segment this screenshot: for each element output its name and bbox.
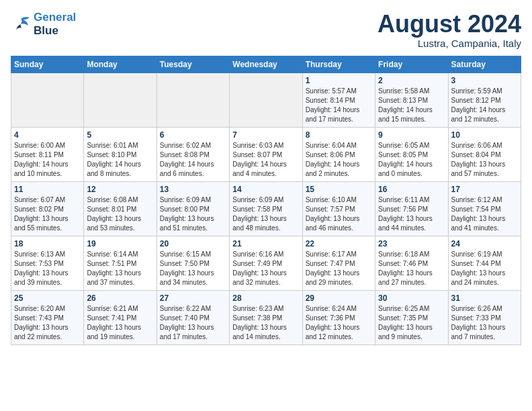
day-info: Sunrise: 6:18 AM Sunset: 7:46 PM Dayligh… [378, 250, 445, 287]
calendar-cell-3-7: 17Sunrise: 6:12 AM Sunset: 7:54 PM Dayli… [448, 181, 521, 236]
day-number: 15 [306, 185, 372, 194]
day-info: Sunrise: 6:20 AM Sunset: 7:43 PM Dayligh… [14, 304, 81, 342]
day-info: Sunrise: 6:15 AM Sunset: 7:50 PM Dayligh… [160, 250, 226, 287]
calendar-cell-5-4: 28Sunrise: 6:23 AM Sunset: 7:38 PM Dayli… [230, 290, 302, 345]
logo: General Blue [11, 11, 76, 37]
calendar-cell-1-1 [11, 73, 84, 127]
calendar-cell-4-3: 20Sunrise: 6:15 AM Sunset: 7:50 PM Dayli… [157, 236, 229, 290]
day-number: 8 [306, 130, 372, 140]
calendar-cell-3-6: 16Sunrise: 6:11 AM Sunset: 7:56 PM Dayli… [375, 181, 448, 236]
day-info: Sunrise: 6:21 AM Sunset: 7:41 PM Dayligh… [87, 304, 153, 342]
day-info: Sunrise: 5:58 AM Sunset: 8:13 PM Dayligh… [378, 87, 445, 124]
calendar-body: 1Sunrise: 5:57 AM Sunset: 8:14 PM Daylig… [11, 73, 521, 345]
day-info: Sunrise: 6:26 AM Sunset: 7:33 PM Dayligh… [451, 304, 518, 342]
calendar-week-4: 18Sunrise: 6:13 AM Sunset: 7:53 PM Dayli… [11, 236, 521, 290]
calendar-cell-4-2: 19Sunrise: 6:14 AM Sunset: 7:51 PM Dayli… [84, 236, 157, 290]
day-number: 4 [14, 130, 81, 140]
weekday-header-monday: Monday [84, 56, 157, 73]
calendar-week-3: 11Sunrise: 6:07 AM Sunset: 8:02 PM Dayli… [11, 181, 521, 236]
day-info: Sunrise: 6:16 AM Sunset: 7:49 PM Dayligh… [232, 250, 299, 287]
day-info: Sunrise: 6:05 AM Sunset: 8:05 PM Dayligh… [378, 141, 445, 179]
day-number: 6 [160, 130, 226, 140]
day-info: Sunrise: 6:07 AM Sunset: 8:02 PM Dayligh… [14, 195, 81, 233]
day-number: 18 [14, 239, 81, 248]
day-info: Sunrise: 6:06 AM Sunset: 8:04 PM Dayligh… [451, 141, 518, 179]
calendar-cell-1-7: 3Sunrise: 5:59 AM Sunset: 8:12 PM Daylig… [448, 73, 521, 127]
day-number: 26 [87, 293, 153, 303]
logo-line1: General [34, 11, 76, 24]
day-info: Sunrise: 6:13 AM Sunset: 7:53 PM Dayligh… [14, 250, 81, 287]
day-info: Sunrise: 6:02 AM Sunset: 8:08 PM Dayligh… [160, 141, 226, 179]
day-info: Sunrise: 6:08 AM Sunset: 8:01 PM Dayligh… [87, 195, 153, 233]
day-info: Sunrise: 6:11 AM Sunset: 7:56 PM Dayligh… [378, 195, 445, 233]
page-header: General Blue August 2024 Lustra, Campani… [11, 11, 521, 49]
calendar-cell-2-5: 8Sunrise: 6:04 AM Sunset: 8:06 PM Daylig… [302, 127, 375, 181]
calendar-cell-1-3 [157, 73, 229, 127]
day-number: 20 [160, 239, 226, 248]
calendar-subtitle: Lustra, Campania, Italy [378, 38, 521, 49]
calendar-cell-3-2: 12Sunrise: 6:08 AM Sunset: 8:01 PM Dayli… [84, 181, 157, 236]
calendar-cell-4-7: 24Sunrise: 6:19 AM Sunset: 7:44 PM Dayli… [448, 236, 521, 290]
calendar-cell-2-6: 9Sunrise: 6:05 AM Sunset: 8:05 PM Daylig… [375, 127, 448, 181]
calendar-header: SundayMondayTuesdayWednesdayThursdayFrid… [11, 56, 521, 73]
calendar-cell-3-1: 11Sunrise: 6:07 AM Sunset: 8:02 PM Dayli… [11, 181, 84, 236]
day-number: 1 [306, 76, 372, 85]
calendar-week-2: 4Sunrise: 6:00 AM Sunset: 8:11 PM Daylig… [11, 127, 521, 181]
weekday-header-thursday: Thursday [302, 56, 375, 73]
calendar-cell-5-2: 26Sunrise: 6:21 AM Sunset: 7:41 PM Dayli… [84, 290, 157, 345]
calendar-cell-3-3: 13Sunrise: 6:09 AM Sunset: 8:00 PM Dayli… [157, 181, 229, 236]
weekday-header-wednesday: Wednesday [230, 56, 302, 73]
day-info: Sunrise: 5:59 AM Sunset: 8:12 PM Dayligh… [451, 87, 518, 124]
calendar-cell-3-5: 15Sunrise: 6:10 AM Sunset: 7:57 PM Dayli… [302, 181, 375, 236]
day-number: 2 [378, 76, 445, 85]
day-info: Sunrise: 6:12 AM Sunset: 7:54 PM Dayligh… [451, 195, 518, 233]
day-number: 30 [378, 293, 445, 303]
logo-icon [11, 16, 31, 32]
calendar-cell-5-1: 25Sunrise: 6:20 AM Sunset: 7:43 PM Dayli… [11, 290, 84, 345]
weekday-header-friday: Friday [375, 56, 448, 73]
day-info: Sunrise: 6:25 AM Sunset: 7:35 PM Dayligh… [378, 304, 445, 342]
day-number: 31 [451, 293, 518, 303]
day-number: 27 [160, 293, 226, 303]
day-number: 29 [306, 293, 372, 303]
logo-line2: Blue [34, 24, 58, 37]
day-info: Sunrise: 6:03 AM Sunset: 8:07 PM Dayligh… [232, 141, 299, 179]
calendar-cell-1-2 [84, 73, 157, 127]
day-info: Sunrise: 6:10 AM Sunset: 7:57 PM Dayligh… [306, 195, 372, 233]
day-number: 25 [14, 293, 81, 303]
calendar-cell-4-1: 18Sunrise: 6:13 AM Sunset: 7:53 PM Dayli… [11, 236, 84, 290]
day-info: Sunrise: 6:09 AM Sunset: 7:58 PM Dayligh… [232, 195, 299, 233]
calendar-cell-5-6: 30Sunrise: 6:25 AM Sunset: 7:35 PM Dayli… [375, 290, 448, 345]
calendar-cell-2-2: 5Sunrise: 6:01 AM Sunset: 8:10 PM Daylig… [84, 127, 157, 181]
day-number: 28 [232, 293, 299, 303]
calendar-table: SundayMondayTuesdayWednesdayThursdayFrid… [11, 56, 521, 345]
weekday-header-tuesday: Tuesday [157, 56, 229, 73]
day-number: 21 [232, 239, 299, 248]
calendar-cell-5-5: 29Sunrise: 6:24 AM Sunset: 7:36 PM Dayli… [302, 290, 375, 345]
calendar-cell-1-4 [230, 73, 302, 127]
day-number: 23 [378, 239, 445, 248]
day-info: Sunrise: 6:04 AM Sunset: 8:06 PM Dayligh… [306, 141, 372, 179]
day-number: 14 [232, 185, 299, 194]
weekday-header-row: SundayMondayTuesdayWednesdayThursdayFrid… [11, 56, 521, 73]
day-number: 13 [160, 185, 226, 194]
day-info: Sunrise: 6:17 AM Sunset: 7:47 PM Dayligh… [306, 250, 372, 287]
calendar-cell-4-6: 23Sunrise: 6:18 AM Sunset: 7:46 PM Dayli… [375, 236, 448, 290]
day-info: Sunrise: 5:57 AM Sunset: 8:14 PM Dayligh… [306, 87, 372, 124]
day-number: 24 [451, 239, 518, 248]
calendar-week-1: 1Sunrise: 5:57 AM Sunset: 8:14 PM Daylig… [11, 73, 521, 127]
calendar-title: August 2024 [378, 11, 521, 38]
weekday-header-sunday: Sunday [11, 56, 84, 73]
day-info: Sunrise: 6:09 AM Sunset: 8:00 PM Dayligh… [160, 195, 226, 233]
day-info: Sunrise: 6:00 AM Sunset: 8:11 PM Dayligh… [14, 141, 81, 179]
calendar-cell-1-5: 1Sunrise: 5:57 AM Sunset: 8:14 PM Daylig… [302, 73, 375, 127]
logo-text: General Blue [34, 11, 76, 37]
calendar-cell-2-4: 7Sunrise: 6:03 AM Sunset: 8:07 PM Daylig… [230, 127, 302, 181]
day-number: 12 [87, 185, 153, 194]
calendar-cell-1-6: 2Sunrise: 5:58 AM Sunset: 8:13 PM Daylig… [375, 73, 448, 127]
day-info: Sunrise: 6:24 AM Sunset: 7:36 PM Dayligh… [306, 304, 372, 342]
calendar-cell-2-7: 10Sunrise: 6:06 AM Sunset: 8:04 PM Dayli… [448, 127, 521, 181]
day-number: 5 [87, 130, 153, 140]
day-number: 10 [451, 130, 518, 140]
day-number: 22 [306, 239, 372, 248]
